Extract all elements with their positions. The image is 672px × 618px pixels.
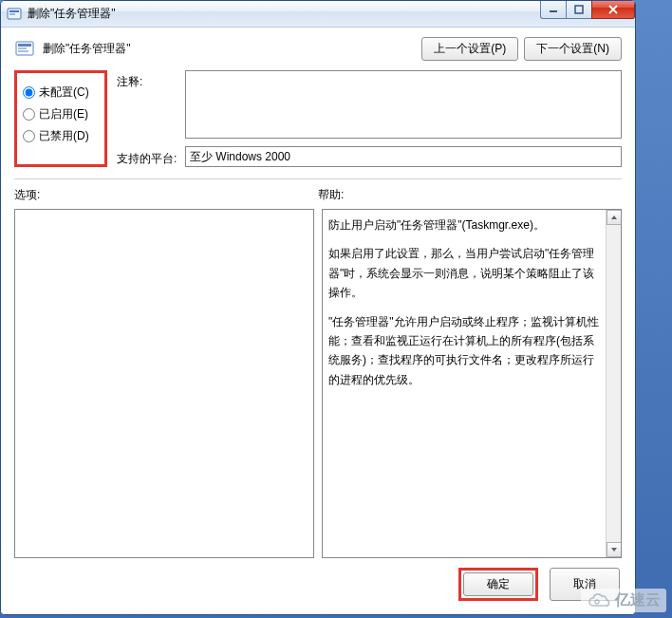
radio-not-configured-input[interactable] [23, 86, 35, 99]
help-scrollbar[interactable] [606, 210, 621, 557]
state-radio-group: 未配置(C) 已启用(E) 已禁用(D) [14, 70, 107, 167]
close-button[interactable] [591, 0, 635, 19]
svg-rect-4 [575, 6, 583, 13]
section-divider [14, 178, 622, 179]
policy-icon [14, 39, 35, 60]
app-icon [7, 7, 22, 22]
ok-highlight: 确定 [458, 568, 538, 601]
help-pane: 防止用户启动"任务管理器"(Taskmgr.exe)。 如果启用了此设置，那么，… [322, 209, 622, 558]
options-column-label: 选项: [14, 187, 318, 203]
radio-disabled[interactable]: 已禁用(D) [23, 128, 99, 144]
minimize-button[interactable] [540, 0, 567, 19]
column-labels: 选项: 帮助: [14, 187, 622, 203]
help-column-label: 帮助: [318, 187, 622, 203]
dialog-footer: 确定 取消 [14, 558, 622, 605]
scroll-down-button[interactable] [607, 542, 622, 557]
svg-rect-3 [550, 10, 557, 12]
window-controls [541, 0, 635, 19]
client-area: 删除"任务管理器" 上一个设置(P) 下一个设置(N) 未配置(C) 已启用(E… [1, 28, 635, 614]
radio-enabled-input[interactable] [23, 108, 35, 121]
supported-platform-field [185, 146, 622, 167]
scroll-up-button[interactable] [607, 210, 622, 225]
help-paragraph-3: "任务管理器"允许用户启动或终止程序；监视计算机性能；查看和监视正运行在计算机上… [328, 312, 602, 390]
svg-point-9 [595, 600, 599, 604]
cloud-icon [587, 592, 611, 609]
watermark-text: 亿速云 [615, 590, 661, 610]
fields-column: 注释: 支持的平台: [117, 70, 622, 167]
next-setting-button[interactable]: 下一个设置(N) [524, 37, 622, 61]
nav-buttons: 上一个设置(P) 下一个设置(N) [421, 37, 622, 61]
previous-setting-button[interactable]: 上一个设置(P) [421, 37, 518, 61]
svg-rect-8 [18, 50, 28, 52]
titlebar[interactable]: 删除"任务管理器" [1, 1, 635, 28]
comment-row: 注释: [117, 70, 622, 139]
svg-rect-6 [18, 44, 31, 47]
comment-textarea[interactable] [185, 70, 622, 139]
help-paragraph-1: 防止用户启动"任务管理器"(Taskmgr.exe)。 [328, 215, 602, 234]
help-text: 防止用户启动"任务管理器"(Taskmgr.exe)。 如果启用了此设置，那么，… [323, 210, 621, 404]
ok-button[interactable]: 确定 [463, 572, 533, 596]
svg-rect-2 [9, 13, 15, 15]
comment-label: 注释: [117, 70, 185, 139]
dialog-window: 删除"任务管理器" 删除"任务管理器" 上一个设置(P) 下一个设置(N) [0, 0, 636, 615]
header-text: 删除"任务管理器" [43, 41, 131, 57]
panes-row: 防止用户启动"任务管理器"(Taskmgr.exe)。 如果启用了此设置，那么，… [14, 209, 622, 558]
window-title: 删除"任务管理器" [28, 6, 116, 22]
watermark: 亿速云 [581, 589, 666, 612]
svg-rect-1 [9, 10, 19, 12]
platform-row: 支持的平台: [117, 146, 622, 167]
platform-label: 支持的平台: [117, 147, 185, 167]
maximize-button[interactable] [566, 0, 592, 19]
upper-section: 未配置(C) 已启用(E) 已禁用(D) 注释: 支持的平台: [14, 70, 622, 167]
options-pane [14, 209, 314, 558]
radio-not-configured-label: 未配置(C) [39, 84, 89, 101]
radio-disabled-label: 已禁用(D) [39, 128, 89, 144]
svg-rect-7 [18, 47, 27, 49]
header-row: 删除"任务管理器" 上一个设置(P) 下一个设置(N) [14, 37, 622, 61]
radio-enabled[interactable]: 已启用(E) [23, 106, 99, 122]
radio-not-configured[interactable]: 未配置(C) [23, 84, 99, 101]
radio-disabled-input[interactable] [23, 130, 35, 142]
help-paragraph-2: 如果启用了此设置，那么，当用户尝试启动"任务管理器"时，系统会显示一则消息，说明… [328, 244, 602, 302]
radio-enabled-label: 已启用(E) [39, 106, 88, 122]
